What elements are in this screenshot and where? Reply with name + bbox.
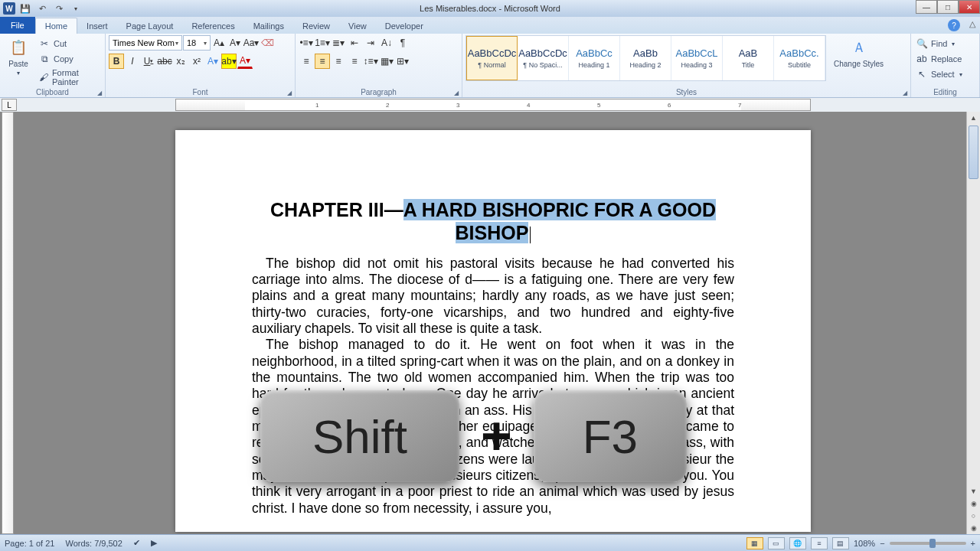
zoom-in-button[interactable]: + <box>971 539 975 548</box>
qat-redo-icon[interactable]: ↷ <box>52 2 66 15</box>
clear-formatting-button[interactable]: ⌫ <box>260 35 275 51</box>
align-left-button[interactable]: ≡ <box>299 54 314 69</box>
scroll-up-icon[interactable]: ▲ <box>967 112 980 124</box>
align-center-button[interactable]: ≡ <box>315 54 330 69</box>
group-clipboard: 📋 Paste ▾ ✂Cut ⧉Copy 🖌Format Painter Cli… <box>0 34 106 97</box>
numbering-button[interactable]: 1≡▾ <box>315 35 330 51</box>
vertical-ruler[interactable] <box>2 112 14 534</box>
scroll-down-icon[interactable]: ▼ <box>967 485 980 497</box>
style-item-4[interactable]: AaBbCcLHeading 3 <box>671 36 723 80</box>
paste-button[interactable]: 📋 Paste ▾ <box>3 35 34 78</box>
tab-review[interactable]: Review <box>293 18 339 34</box>
tab-home[interactable]: Home <box>35 18 77 34</box>
view-full-screen-button[interactable]: ▭ <box>768 537 785 549</box>
view-draft-button[interactable]: ▤ <box>832 537 849 549</box>
status-bar: Page: 1 of 21 Words: 7/9,502 ✔ ▶ ▦ ▭ 🌐 ≡… <box>0 534 980 551</box>
change-styles-button[interactable]: Ａ Change Styles <box>829 35 888 70</box>
shading-button[interactable]: ▦▾ <box>379 54 394 69</box>
qat-save-icon[interactable]: 💾 <box>18 2 32 15</box>
show-marks-button[interactable]: ¶ <box>395 35 410 51</box>
style-item-1[interactable]: AaBbCcDc¶ No Spaci... <box>518 36 569 80</box>
decrease-indent-button[interactable]: ⇤ <box>347 35 362 51</box>
view-outline-button[interactable]: ≡ <box>811 537 828 549</box>
tab-developer[interactable]: Developer <box>376 18 433 34</box>
cut-icon: ✂ <box>38 37 51 50</box>
scroll-thumb[interactable] <box>969 126 978 179</box>
tab-page-layout[interactable]: Page Layout <box>117 18 183 34</box>
align-right-button[interactable]: ≡ <box>331 54 346 69</box>
clipboard-launcher-icon[interactable]: ◢ <box>97 90 102 96</box>
ribbon-tabs: File Home Insert Page Layout References … <box>0 17 980 34</box>
font-name-combo[interactable]: Times New Rom▾ <box>109 35 182 51</box>
status-proofing-icon[interactable]: ✔ <box>133 538 140 548</box>
view-print-layout-button[interactable]: ▦ <box>746 537 763 549</box>
multilevel-button[interactable]: ≣▾ <box>331 35 346 51</box>
zoom-level[interactable]: 108% <box>854 539 875 548</box>
status-macro-icon[interactable]: ▶ <box>151 538 157 548</box>
borders-button[interactable]: ⊞▾ <box>395 54 410 69</box>
word-app-icon[interactable]: W <box>3 2 15 15</box>
horizontal-ruler[interactable]: 1234567 <box>175 99 811 111</box>
line-spacing-button[interactable]: ↕≡▾ <box>363 54 378 69</box>
document-heading[interactable]: CHAPTER III—A HARD BISHOPRIC FOR A GOOD … <box>252 199 734 245</box>
next-page-icon[interactable]: ◉ <box>967 522 980 534</box>
italic-button[interactable]: I <box>125 54 140 69</box>
zoom-out-button[interactable]: − <box>880 539 884 548</box>
tab-references[interactable]: References <box>182 18 243 34</box>
style-item-5[interactable]: AaBTitle <box>723 36 774 80</box>
paragraph-group-label: Paragraph <box>361 88 397 96</box>
qat-customize-icon[interactable]: ▾ <box>69 2 83 15</box>
tab-view[interactable]: View <box>339 18 376 34</box>
select-button[interactable]: ↖Select▾ <box>914 67 964 81</box>
bullets-button[interactable]: •≡▾ <box>299 35 314 51</box>
minimize-button[interactable]: — <box>916 0 937 14</box>
superscript-button[interactable]: x² <box>189 54 204 69</box>
shrink-font-button[interactable]: A▾ <box>227 35 243 51</box>
style-item-2[interactable]: AaBbCcHeading 1 <box>569 36 620 80</box>
strikethrough-button[interactable]: abc <box>157 54 172 69</box>
browse-object-icon[interactable]: ○ <box>967 510 980 522</box>
tab-file[interactable]: File <box>0 17 35 34</box>
qat-undo-icon[interactable]: ↶ <box>35 2 49 15</box>
cut-button[interactable]: ✂Cut <box>37 37 102 51</box>
zoom-slider[interactable] <box>890 542 966 545</box>
copy-button[interactable]: ⧉Copy <box>37 52 102 66</box>
format-painter-button[interactable]: 🖌Format Painter <box>37 67 102 87</box>
font-size-combo[interactable]: 18▾ <box>183 35 211 51</box>
tab-selector[interactable]: L <box>2 99 17 111</box>
paste-label: Paste <box>8 60 28 68</box>
style-item-3[interactable]: AaBbHeading 2 <box>620 36 671 80</box>
styles-launcher-icon[interactable]: ◢ <box>903 90 907 96</box>
close-button[interactable]: ✕ <box>959 0 980 14</box>
replace-button[interactable]: abReplace <box>914 52 964 66</box>
change-case-button[interactable]: Aa▾ <box>243 35 259 51</box>
sort-button[interactable]: A↓ <box>379 35 394 51</box>
vertical-scrollbar[interactable]: ▲ ▼ ◉ ○ ◉ <box>966 112 980 534</box>
increase-indent-button[interactable]: ⇥ <box>363 35 378 51</box>
view-web-button[interactable]: 🌐 <box>789 537 806 549</box>
styles-gallery[interactable]: AaBbCcDc¶ NormalAaBbCcDc¶ No Spaci...AaB… <box>466 35 826 81</box>
text-effects-button[interactable]: A▾ <box>205 54 220 69</box>
font-color-button[interactable]: A▾ <box>237 54 253 69</box>
underline-button[interactable]: U▾ <box>141 54 156 69</box>
highlight-button[interactable]: ab▾ <box>221 54 237 69</box>
justify-button[interactable]: ≡ <box>347 54 362 69</box>
paragraph-launcher-icon[interactable]: ◢ <box>454 90 459 96</box>
prev-page-icon[interactable]: ◉ <box>967 497 980 510</box>
subscript-button[interactable]: x₂ <box>173 54 188 69</box>
style-item-6[interactable]: AaBbCc.Subtitle <box>774 36 825 80</box>
font-launcher-icon[interactable]: ◢ <box>287 90 292 96</box>
maximize-button[interactable]: □ <box>937 0 959 14</box>
tab-insert[interactable]: Insert <box>77 18 117 34</box>
grow-font-button[interactable]: A▴ <box>211 35 227 51</box>
style-item-0[interactable]: AaBbCcDc¶ Normal <box>466 36 518 80</box>
bold-button[interactable]: B <box>109 54 124 69</box>
help-icon[interactable]: ? <box>948 19 960 31</box>
status-page[interactable]: Page: 1 of 21 <box>5 539 54 548</box>
title-bar: W 💾 ↶ ↷ ▾ Les Miserables.docx - Microsof… <box>0 0 980 17</box>
tab-mailings[interactable]: Mailings <box>244 18 293 34</box>
status-words[interactable]: Words: 7/9,502 <box>65 539 122 548</box>
find-button[interactable]: 🔍Find▾ <box>914 37 964 51</box>
paragraph-1[interactable]: The bishop did not omit his pastoral vis… <box>252 256 734 337</box>
collapse-ribbon-icon[interactable]: △ <box>969 19 975 29</box>
